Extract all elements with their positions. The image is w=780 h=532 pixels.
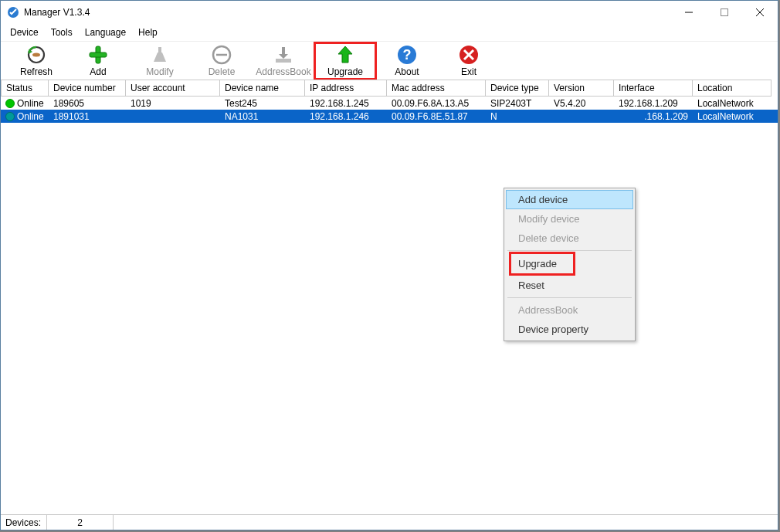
status-label: Devices: [1,515,47,530]
svg-rect-9 [90,53,107,57]
col-mac[interactable]: Mac address [387,80,486,97]
about-button[interactable]: ? About [376,42,438,80]
app-window: Manager V1.3.4 Device Tools Language Hel… [0,0,778,530]
col-status[interactable]: Status [1,80,49,97]
device-grid: Status Device number User account Device… [1,80,778,512]
brush-icon [150,45,170,65]
exit-label: Exit [461,66,476,77]
svg-text:?: ? [403,47,412,63]
svg-rect-13 [276,59,291,63]
grid-header: Status Device number User account Device… [1,80,778,97]
upgrade-label: Upgrade [327,66,363,77]
delete-label: Delete [209,66,236,77]
refresh-icon [26,45,46,65]
svg-rect-10 [158,47,161,53]
window-title: Manager V1.3.4 [24,7,671,18]
minimize-button[interactable] [671,1,707,24]
exit-button[interactable]: Exit [438,42,500,80]
col-type[interactable]: Device type [486,80,549,97]
status-dot-icon [5,99,15,108]
status-dot-icon [5,112,15,121]
modify-label: Modify [146,66,173,77]
context-menu: Add device Modify device Delete device U… [504,188,636,341]
upgrade-button[interactable]: Upgrade [314,42,376,80]
plus-icon [88,45,108,65]
cm-separator [507,297,632,298]
title-bar: Manager V1.3.4 [1,1,778,24]
about-label: About [395,66,419,77]
cm-addressbook[interactable]: AddressBook [506,300,633,320]
table-row[interactable]: Online 1891031 NA1031 192.168.1.246 00.0… [1,110,778,123]
svg-marker-15 [279,54,288,59]
table-row[interactable]: Online 189605 1019 Test245 192.168.1.245… [1,97,778,110]
menu-tools[interactable]: Tools [45,25,79,39]
col-user[interactable]: User account [126,80,220,97]
delete-button[interactable]: Delete [191,42,253,80]
status-bar: Devices: 2 [1,514,778,530]
cm-delete-device[interactable]: Delete device [506,229,633,248]
refresh-label: Refresh [20,66,53,77]
refresh-button[interactable]: Refresh [5,42,67,80]
minus-circle-icon [212,45,232,65]
toolbar: Refresh Add Modify Delete AddressBook Up… [1,41,778,80]
cm-device-property[interactable]: Device property [506,320,633,339]
menu-help[interactable]: Help [132,25,164,39]
arrow-up-icon [335,45,355,65]
cm-reset[interactable]: Reset [506,276,633,295]
col-iface[interactable]: Interface [614,80,693,97]
cm-add-device[interactable]: Add device [506,190,633,209]
col-devnum[interactable]: Device number [49,80,126,97]
col-devname[interactable]: Device name [220,80,305,97]
svg-marker-16 [338,46,352,63]
menu-language[interactable]: Language [79,25,132,39]
close-button[interactable] [742,1,778,24]
question-icon: ? [397,45,417,65]
col-loc[interactable]: Location [693,80,772,97]
svg-rect-2 [721,9,728,16]
status-count: 2 [47,515,114,530]
addressbook-button[interactable]: AddressBook [253,42,314,80]
cm-modify-device[interactable]: Modify device [506,209,633,229]
menu-device[interactable]: Device [4,25,45,39]
cm-upgrade[interactable]: Upgrade [510,253,574,274]
col-ip[interactable]: IP address [305,80,387,97]
close-circle-icon [459,45,479,65]
menu-bar: Device Tools Language Help [1,24,778,41]
add-label: Add [90,66,106,77]
modify-button[interactable]: Modify [129,42,191,80]
add-button[interactable]: Add [67,42,129,80]
addressbook-label: AddressBook [256,66,310,77]
col-ver[interactable]: Version [549,80,614,97]
maximize-button[interactable] [707,1,742,24]
svg-rect-14 [282,47,285,55]
cm-separator [507,250,632,251]
svg-point-6 [32,53,40,56]
app-icon [7,6,19,19]
download-icon [273,45,293,65]
